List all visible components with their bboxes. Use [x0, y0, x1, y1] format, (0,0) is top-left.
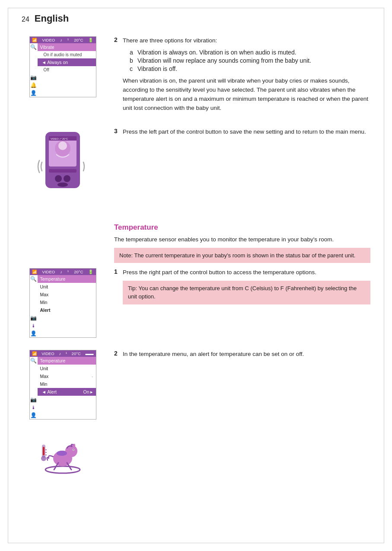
right-col-1: 2 There are three options for vibration:… [114, 36, 370, 119]
menu-unit: Unit [38, 283, 96, 291]
signal-icon-2: 📶 [32, 269, 37, 274]
svg-rect-23 [43, 447, 45, 455]
device-row-temp-therm: 🌡 [30, 322, 96, 330]
option-a-text: Vibration is always on. Vibration is on … [137, 49, 296, 56]
temp-step2-content: In the temperature menu, an alert for te… [123, 350, 370, 362]
status-signal: ¹ [67, 38, 69, 42]
note-icon-3: ♪ [59, 351, 61, 356]
vibration-body: When vibration is on, the parent unit wi… [123, 77, 370, 113]
menu-unit-2: Unit [38, 365, 96, 372]
device-row-temp2-person: 👤 [30, 411, 96, 419]
step3-content: Press the left part of the control butto… [123, 128, 370, 140]
svg-point-10 [45, 466, 80, 473]
page-number: 24 [22, 16, 29, 23]
svg-point-18 [57, 451, 67, 456]
temp-step2-text: In the temperature menu, an alert for te… [123, 350, 370, 359]
tip-box: Tip: You can change the temperature unit… [123, 281, 370, 304]
option-c: c Vibration is off. [130, 65, 370, 72]
option-c-text: Vibration is off. [137, 65, 177, 72]
step3-row: 3 Press the left part of the control but… [114, 128, 370, 140]
left-col-temp1: 📶 VIDEO ♪ ¹ 20°C 🔋 🔍 Temperature [22, 268, 104, 341]
device-row-temp-search: 🔍 Temperature [30, 275, 96, 283]
menu-vibrate: Vibrate [38, 43, 96, 51]
temp-step1-section: 📶 VIDEO ♪ ¹ 20°C 🔋 🔍 Temperature [22, 268, 370, 341]
device-row-temp2-alert: ◄ AlertOn ▸ [30, 388, 96, 396]
menu-temperature-title-2: Temperature [38, 357, 96, 365]
device-screen-3: 📶 VIDEO ♪ ¹ 20°C ▬▬ 🔍 Temperature [29, 350, 96, 420]
device-row-temp-min: Min [30, 298, 96, 306]
right-col-temp1: 1 Press the right part of the control bu… [114, 268, 370, 341]
menu-off: Off [38, 66, 96, 74]
option-b: b Vibration will now replace any sounds … [130, 57, 370, 64]
svg-point-8 [64, 175, 70, 182]
vibration-options: a Vibration is always on. Vibration is o… [130, 49, 370, 72]
svg-rect-6 [49, 169, 76, 173]
device-row-temp-person: 👤 [30, 330, 96, 337]
device-row-temp2-unit: Unit [30, 365, 96, 372]
left-col-1: 📶 VIDEO ♪ ¹ 20°C 🔋 🔍 Vibrate [22, 36, 104, 119]
svg-point-9 [57, 183, 68, 187]
step2-intro: There are three options for vibration: [123, 36, 370, 45]
step3-number: 3 [114, 128, 123, 140]
step2-content: There are three options for vibration: a… [123, 36, 370, 116]
temp-step1-content: Press the right part of the control butt… [123, 268, 370, 310]
page-title: English [35, 13, 69, 24]
device-row-bell: 🔔 [30, 81, 96, 89]
monitor-illustration: VIDEO ♪¹ 20°C [32, 128, 93, 208]
note-icon-2: ♪ [60, 269, 62, 274]
vibration-section: 📶 VIDEO ♪ ¹ 20°C 🔋 🔍 Vibrate [22, 36, 370, 119]
step2-number: 2 [114, 36, 123, 116]
page-header: 24 English [22, 13, 370, 24]
left-col-temp2: 📶 VIDEO ♪ ¹ 20°C ▬▬ 🔍 Temperature [22, 350, 104, 475]
option-a-label: a [130, 49, 135, 56]
status-bar-1: 📶 VIDEO ♪ ¹ 20°C 🔋 [30, 37, 96, 43]
device-row-temp-unit: Unit [30, 283, 96, 291]
device-row-temp2-therm: 🌡 [30, 404, 96, 411]
temperature-intro: The temperature sensor enables you to mo… [114, 235, 370, 244]
device-row-camera: 📷 [30, 74, 96, 81]
option-b-text: Vibration will now replace any sounds co… [137, 57, 311, 64]
option-b-label: b [130, 57, 135, 64]
battery-icon: 🔋 [88, 38, 93, 42]
status-bar-2: 📶 VIDEO ♪ ¹ 20°C 🔋 [30, 269, 96, 275]
device-row-temp2-max: Max- [30, 372, 96, 380]
status-temp-2: 20°C [74, 269, 83, 274]
menu-min: Min [38, 298, 96, 306]
temp-step2-section: 📶 VIDEO ♪ ¹ 20°C ▬▬ 🔍 Temperature [22, 350, 370, 475]
temperature-heading: Temperature [114, 223, 370, 232]
svg-point-3 [58, 141, 67, 150]
device-row-temp-alert: Alert [30, 306, 96, 314]
left-col-monitor: VIDEO ♪¹ 20°C [22, 128, 104, 211]
menu-max-2: Max- [38, 372, 96, 380]
device-row-search: 🔍 Vibrate [30, 43, 96, 51]
temp-step1-text: Press the right part of the control butt… [123, 268, 370, 277]
svg-point-7 [55, 175, 62, 182]
note-box: Note: The current temperature in your ba… [114, 248, 370, 263]
status-video: VIDEO [42, 38, 55, 42]
device-row-person: 👤 [30, 89, 96, 97]
temp-step2-row: 2 In the temperature menu, an alert for … [114, 350, 370, 362]
menu-on-audio: On if audio is muted [38, 51, 96, 58]
svg-point-16 [73, 449, 74, 450]
status-video-3: VIDEO [41, 351, 54, 356]
status-temp: 20°C [74, 38, 83, 42]
note-icon: ♪ [60, 38, 62, 42]
step3-text: Press the left part of the control butto… [123, 128, 370, 137]
search-icon: 🔍 [30, 44, 38, 50]
menu-always-on: ◄ Always on [38, 58, 96, 66]
signal-icon: 📶 [32, 38, 37, 42]
device-row-temp2-min: Min [30, 380, 96, 388]
device-row-temp-max: Max [30, 291, 96, 298]
menu-max: Max [38, 291, 96, 298]
device-row-2: ◄ Always on [30, 58, 96, 66]
right-col-temp2: 2 In the temperature menu, an alert for … [114, 350, 370, 475]
device-row-1: On if audio is muted [30, 51, 96, 58]
device-row-3: Off [30, 66, 96, 74]
status-temp-3: 20°C [72, 351, 81, 356]
status-video-2: VIDEO [42, 269, 55, 274]
step2-row: 2 There are three options for vibration:… [114, 36, 370, 116]
option-a: a Vibration is always on. Vibration is o… [130, 49, 370, 56]
option-c-label: c [130, 65, 135, 72]
menu-alert: Alert [38, 306, 96, 314]
device-screen-1: 📶 VIDEO ♪ ¹ 20°C 🔋 🔍 Vibrate [29, 36, 96, 97]
